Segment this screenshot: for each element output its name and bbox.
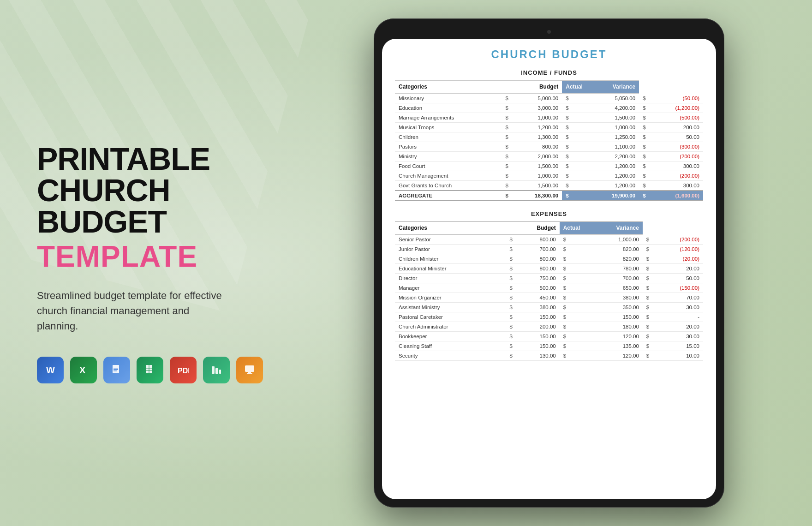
actual-dollar: $ [560, 312, 584, 322]
income-col-actual: Actual [562, 80, 586, 93]
budget-amount: 800.00 [509, 142, 562, 152]
budget-amount: 800.00 [513, 264, 560, 274]
right-panel: CHURCH BUDGET INCOME / FUNDS Categories … [295, 0, 812, 526]
budget-dollar: $ [502, 113, 509, 123]
budget-amount: 800.00 [513, 254, 560, 264]
budget-amount: 450.00 [513, 293, 560, 303]
spreadsheet-container: CHURCH BUDGET INCOME / FUNDS Categories … [382, 39, 716, 499]
budget-amount: 1,300.00 [509, 132, 562, 142]
budget-dollar: $ [506, 341, 513, 351]
budget-dollar: $ [502, 123, 509, 132]
budget-dollar: $ [506, 332, 513, 341]
table-row: Mission Organizer $ 450.00 $ 380.00 $ 70… [395, 293, 703, 303]
agg-actual-dollar: $ [562, 191, 586, 201]
actual-dollar: $ [562, 152, 586, 161]
actual-dollar: $ [560, 303, 584, 312]
category-cell: Assistant Ministry [395, 303, 506, 312]
actual-amount: 380.00 [584, 293, 642, 303]
actual-amount: 650.00 [584, 283, 642, 293]
category-cell: Musical Troops [395, 123, 502, 132]
variance-dollar: $ [639, 171, 649, 181]
category-cell: Church Administrator [395, 322, 506, 332]
income-col-variance: Variance [586, 80, 639, 93]
category-cell: Junior Pastor [395, 245, 506, 254]
title-line3: BUDGET [37, 204, 167, 239]
svg-rect-5 [113, 371, 117, 371]
content-wrapper: PRINTABLE CHURCH BUDGET TEMPLATE Streaml… [0, 0, 812, 526]
variance-dollar: $ [639, 161, 649, 171]
category-cell: Marriage Arrangements [395, 113, 502, 123]
variance-amount: 50.00 [650, 274, 703, 283]
actual-dollar: $ [560, 245, 584, 254]
actual-dollar: $ [560, 274, 584, 283]
category-cell: Senior Pastor [395, 234, 506, 245]
expenses-col-actual: Actual [560, 221, 584, 234]
word-icon: W [37, 357, 64, 383]
variance-dollar: $ [643, 322, 650, 332]
aggregate-label: AGGREGATE [395, 191, 502, 201]
variance-amount: (500.00) [650, 113, 703, 123]
actual-dollar: $ [560, 293, 584, 303]
actual-amount: 120.00 [584, 332, 642, 341]
budget-dollar: $ [502, 181, 509, 191]
actual-amount: 150.00 [584, 312, 642, 322]
actual-amount: 350.00 [584, 303, 642, 312]
table-row: Pastors $ 800.00 $ 1,100.00 $ (300.00) [395, 142, 703, 152]
table-row: Church Management $ 1,000.00 $ 1,200.00 … [395, 171, 703, 181]
table-row: Marriage Arrangements $ 1,000.00 $ 1,500… [395, 113, 703, 123]
table-row: Education $ 3,000.00 $ 4,200.00 $ (1,200… [395, 103, 703, 113]
pdf-icon: PDF [170, 357, 197, 383]
table-row: Director $ 750.00 $ 700.00 $ 50.00 [395, 274, 703, 283]
svg-rect-3 [113, 368, 118, 369]
google-docs-icon [103, 357, 130, 383]
variance-amount: 30.00 [650, 332, 703, 341]
main-title: PRINTABLE CHURCH BUDGET [37, 143, 268, 237]
actual-dollar: $ [562, 113, 586, 123]
expenses-table-body: Senior Pastor $ 800.00 $ 1,000.00 $ (200… [395, 234, 703, 361]
actual-dollar: $ [562, 161, 586, 171]
actual-amount: 1,000.00 [584, 234, 642, 245]
actual-amount: 5,050.00 [586, 93, 639, 103]
variance-dollar: $ [639, 113, 649, 123]
category-cell: Director [395, 274, 506, 283]
variance-amount: 30.00 [650, 303, 703, 312]
actual-amount: 780.00 [584, 264, 642, 274]
variance-amount: 200.00 [650, 123, 703, 132]
table-row: Musical Troops $ 1,200.00 $ 1,000.00 $ 2… [395, 123, 703, 132]
variance-amount: 10.00 [650, 351, 703, 361]
tablet-frame: CHURCH BUDGET INCOME / FUNDS Categories … [374, 18, 724, 508]
income-col-budget: Budget [502, 80, 562, 93]
variance-dollar: $ [643, 254, 650, 264]
variance-amount: 300.00 [650, 181, 703, 191]
budget-amount: 150.00 [513, 341, 560, 351]
actual-dollar: $ [560, 283, 584, 293]
aggregate-row: AGGREGATE $ 18,300.00 $ 19,900.00 $ (1,6… [395, 191, 703, 201]
budget-amount: 1,500.00 [509, 181, 562, 191]
left-panel: PRINTABLE CHURCH BUDGET TEMPLATE Streaml… [0, 0, 295, 526]
table-row: Assistant Ministry $ 380.00 $ 350.00 $ 3… [395, 303, 703, 312]
table-row: Senior Pastor $ 800.00 $ 1,000.00 $ (200… [395, 234, 703, 245]
table-row: Food Court $ 1,500.00 $ 1,200.00 $ 300.0… [395, 161, 703, 171]
google-sheets-icon [137, 357, 163, 383]
budget-dollar: $ [502, 142, 509, 152]
table-row: Missionary $ 5,000.00 $ 5,050.00 $ (50.0… [395, 93, 703, 103]
actual-amount: 1,100.00 [586, 142, 639, 152]
actual-dollar: $ [562, 181, 586, 191]
income-header-row: Categories Budget Actual Variance [395, 80, 703, 93]
budget-amount: 130.00 [513, 351, 560, 361]
title-line1: PRINTABLE [37, 141, 210, 176]
variance-dollar: $ [643, 283, 650, 293]
budget-dollar: $ [506, 283, 513, 293]
budget-dollar: $ [506, 293, 513, 303]
actual-amount: 1,000.00 [586, 123, 639, 132]
variance-amount: 20.00 [650, 264, 703, 274]
svg-text:W: W [46, 365, 55, 375]
tablet-top-bar [382, 27, 716, 37]
budget-amount: 1,000.00 [509, 113, 562, 123]
svg-text:PDF: PDF [178, 367, 189, 375]
table-row: Church Administrator $ 200.00 $ 180.00 $… [395, 322, 703, 332]
actual-dollar: $ [560, 351, 584, 361]
actual-dollar: $ [560, 264, 584, 274]
budget-amount: 750.00 [513, 274, 560, 283]
category-cell: Govt Grants to Church [395, 181, 502, 191]
